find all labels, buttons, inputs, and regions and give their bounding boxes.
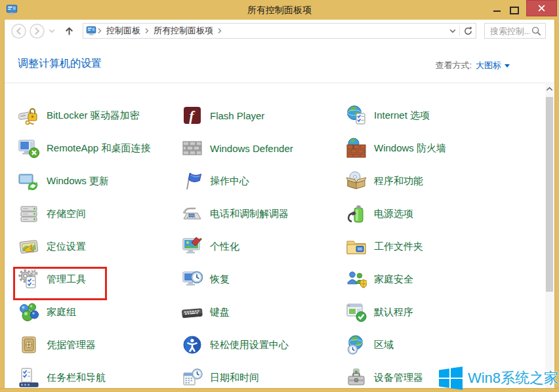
item-flash-player[interactable]: fFlash Player bbox=[169, 99, 333, 132]
page-header: 调整计算机的设置 查看方式: 大图标 bbox=[5, 42, 554, 83]
item-firewall[interactable]: Windows 防火墙 bbox=[333, 132, 545, 165]
back-arrow-icon bbox=[11, 24, 26, 39]
item-homegroup[interactable]: 家庭组 bbox=[5, 296, 169, 328]
view-by-value[interactable]: 大图标 bbox=[476, 60, 510, 71]
bitlocker-icon bbox=[18, 105, 39, 126]
item-label: 日期和时间 bbox=[210, 372, 259, 384]
item-admin-tools[interactable]: 管理工具 bbox=[5, 263, 169, 296]
item-bitlocker[interactable]: BitLocker 驱动器加密 bbox=[5, 99, 169, 132]
breadcrumb-all-items[interactable]: 所有控制面板项 bbox=[150, 25, 217, 37]
storage-spaces-icon bbox=[18, 203, 39, 224]
family-safety-icon bbox=[346, 269, 367, 290]
region-icon bbox=[346, 334, 367, 355]
titlebar: 所有控制面板项 bbox=[0, 0, 559, 20]
item-credential-manager[interactable]: 凭据管理器 bbox=[5, 328, 169, 361]
recent-pages-button[interactable] bbox=[49, 29, 55, 33]
item-location[interactable]: 定位设置 bbox=[5, 230, 169, 263]
item-label: 电话和调制解调器 bbox=[210, 208, 289, 220]
close-icon bbox=[538, 5, 545, 12]
refresh-button[interactable] bbox=[463, 26, 473, 36]
programs-features-icon bbox=[346, 170, 367, 191]
maximize-button[interactable] bbox=[510, 7, 519, 14]
item-recovery[interactable]: 恢复 bbox=[169, 263, 333, 296]
remoteapp-icon bbox=[18, 138, 39, 159]
item-label: 定位设置 bbox=[47, 241, 86, 253]
ease-of-access-icon bbox=[182, 334, 203, 355]
forward-arrow-icon bbox=[30, 24, 45, 39]
control-panel-icon bbox=[6, 4, 18, 16]
item-action-center[interactable]: 操作中心 bbox=[169, 165, 333, 197]
item-date-time[interactable]: 日期和时间 bbox=[169, 361, 333, 388]
item-label: 区域 bbox=[374, 339, 394, 351]
navigation-bar: 控制面板 所有控制面板项 bbox=[5, 20, 554, 42]
address-bar[interactable]: 控制面板 所有控制面板项 bbox=[83, 23, 476, 39]
work-folders-icon bbox=[346, 236, 367, 257]
up-button[interactable] bbox=[64, 26, 75, 37]
windows-logo-icon bbox=[439, 366, 463, 390]
close-button[interactable] bbox=[526, 0, 557, 16]
search-input[interactable] bbox=[489, 26, 531, 37]
control-panel-window: 所有控制面板项 控制面板 bbox=[0, 0, 559, 392]
item-label: 设备管理器 bbox=[374, 372, 423, 384]
item-programs-features[interactable]: 程序和功能 bbox=[333, 165, 545, 197]
location-icon bbox=[18, 236, 39, 257]
item-personalization[interactable]: 个性化 bbox=[169, 230, 333, 263]
item-label: 管理工具 bbox=[47, 273, 86, 286]
item-work-folders[interactable]: 工作文件夹 bbox=[333, 230, 545, 263]
item-label: Windows 更新 bbox=[47, 175, 109, 187]
scrollbar-up-button[interactable] bbox=[545, 84, 554, 94]
item-label: Windows 防火墙 bbox=[374, 142, 446, 155]
item-default-programs[interactable]: 默认程序 bbox=[333, 296, 545, 328]
item-label: 凭据管理器 bbox=[47, 339, 96, 351]
item-label: 键盘 bbox=[210, 306, 230, 319]
flash-player-icon: f bbox=[182, 105, 203, 126]
view-by-control: 查看方式: 大图标 bbox=[435, 60, 510, 71]
search-box[interactable] bbox=[484, 23, 546, 39]
minimize-button[interactable] bbox=[493, 10, 501, 12]
forward-button[interactable] bbox=[30, 24, 45, 39]
item-remoteapp[interactable]: RemoteApp 和桌面连接 bbox=[5, 132, 169, 165]
windows-update-icon bbox=[18, 170, 39, 191]
window-title: 所有控制面板项 bbox=[79, 5, 480, 16]
breadcrumb-separator-icon bbox=[217, 28, 223, 34]
item-power-options[interactable]: 电源选项 bbox=[333, 197, 545, 230]
item-label: 工作文件夹 bbox=[374, 241, 423, 253]
chevron-down-icon bbox=[449, 29, 456, 33]
item-label: 家庭组 bbox=[47, 306, 76, 319]
back-button[interactable] bbox=[11, 24, 26, 39]
item-label: 轻松使用设置中心 bbox=[210, 339, 289, 351]
item-label: 存储空间 bbox=[47, 208, 86, 220]
control-panel-items-grid: BitLocker 驱动器加密fFlash PlayerInternet 选项R… bbox=[5, 83, 545, 388]
view-by-label: 查看方式: bbox=[435, 60, 472, 71]
action-center-icon bbox=[182, 170, 203, 191]
item-label: 恢复 bbox=[210, 273, 230, 286]
chevron-down-icon bbox=[49, 29, 55, 33]
item-defender[interactable]: Windows Defender bbox=[169, 132, 333, 165]
window-frame-left bbox=[0, 20, 5, 392]
page-title: 调整计算机的设置 bbox=[18, 57, 102, 71]
item-phone-modem[interactable]: 电话和调制解调器 bbox=[169, 197, 333, 230]
breadcrumb-control-panel[interactable]: 控制面板 bbox=[103, 25, 144, 37]
address-dropdown-button[interactable] bbox=[449, 29, 456, 33]
item-taskbar-navigation[interactable]: 任务栏和导航 bbox=[5, 361, 169, 388]
keyboard-icon bbox=[182, 302, 203, 323]
scrollbar[interactable] bbox=[545, 84, 554, 388]
window-frame-right bbox=[554, 20, 559, 392]
item-family-safety[interactable]: 家庭安全 bbox=[333, 263, 545, 296]
scrollbar-thumb[interactable] bbox=[546, 97, 553, 292]
item-windows-update[interactable]: Windows 更新 bbox=[5, 165, 169, 197]
item-internet-options[interactable]: Internet 选项 bbox=[333, 99, 545, 132]
recovery-icon bbox=[182, 269, 203, 290]
refresh-icon bbox=[463, 26, 473, 36]
breadcrumb-separator-icon bbox=[144, 28, 150, 34]
item-keyboard[interactable]: 键盘 bbox=[169, 296, 333, 328]
item-region[interactable]: 区域 bbox=[333, 328, 545, 361]
item-label: RemoteApp 和桌面连接 bbox=[47, 142, 150, 155]
item-ease-of-access[interactable]: 轻松使用设置中心 bbox=[169, 328, 333, 361]
divider bbox=[459, 26, 460, 36]
search-icon[interactable] bbox=[531, 26, 541, 36]
up-arrow-icon bbox=[64, 26, 75, 37]
internet-options-icon bbox=[346, 105, 367, 126]
item-storage-spaces[interactable]: 存储空间 bbox=[5, 197, 169, 230]
item-label: Windows Defender bbox=[210, 143, 293, 154]
